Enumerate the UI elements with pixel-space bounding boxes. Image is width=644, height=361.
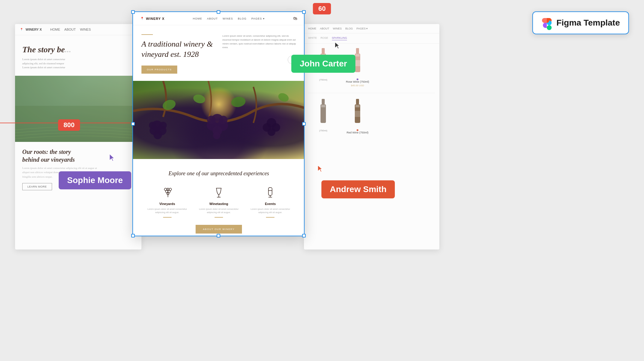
- events-svg: [264, 186, 276, 198]
- left-section-title: Our roots: the storybehind our vineyards: [22, 148, 134, 164]
- tag-andrew: Andrew Smith: [321, 180, 395, 198]
- events-line: [266, 217, 274, 218]
- svg-rect-8: [322, 99, 325, 104]
- hero-title: A traditional winery & vineyard est. 192…: [141, 39, 215, 60]
- svg-rect-14: [355, 111, 361, 117]
- svg-point-49: [547, 25, 552, 30]
- nav-home: HOME: [193, 17, 202, 20]
- svg-point-18: [153, 131, 162, 139]
- wine-bottle-red: [342, 97, 373, 127]
- figma-logo-svg: [541, 16, 552, 30]
- bottle-icon-partial-2: [319, 99, 327, 126]
- exp-card-winetasting: Winetasting Lorem ipsum dolor sit amet c…: [198, 186, 240, 218]
- experiences-section: Explore one of our unprecedented experie…: [133, 159, 305, 236]
- winetasting-icon: [212, 186, 225, 199]
- winetasting-desc: Lorem ipsum dolor sit amet consectetur a…: [198, 207, 240, 214]
- our-products-button[interactable]: OUR PRODUCTS: [141, 66, 177, 74]
- experiences-cards: Vineyards Lorem ipsum dolor sit amet con…: [141, 186, 296, 218]
- right-panel-nav: HOME ABOUT WINES BLOG PAGES ▾: [304, 24, 439, 33]
- events-title: Events: [249, 202, 291, 206]
- measurement-badge-60: 60: [313, 3, 331, 14]
- rose-wine-price: $45.00 USD: [342, 84, 373, 87]
- winery-nav-links: HOME ABOUT WINES BLOG PAGES ▾: [193, 17, 265, 20]
- vineyards-icon: [161, 186, 174, 199]
- nav-wines: WINES: [223, 17, 233, 20]
- winery-brand: 📍 WINERY X: [140, 17, 165, 20]
- cursor-andrew-icon: [317, 165, 324, 173]
- cursor-dark-area: [334, 41, 341, 50]
- left-nav-home: HOME: [50, 28, 60, 31]
- winetasting-line: [215, 217, 223, 218]
- learn-more-button[interactable]: LEARN MORE: [22, 183, 52, 190]
- wine-bottle-partial-2: [308, 97, 338, 127]
- hero-accent-line: [141, 34, 153, 35]
- vineyard-photo: [133, 81, 305, 159]
- vineyards-title: Vineyards: [146, 202, 188, 206]
- rose-wine-name: Rose Wine (750ml): [342, 80, 373, 83]
- wine-card-partial-2: (750ml): [308, 97, 338, 135]
- svg-point-20: [159, 122, 167, 129]
- svg-rect-4: [356, 48, 359, 54]
- cursor-sophie-icon: [108, 153, 116, 162]
- about-winery-button[interactable]: ABOUT OUR WINERY: [196, 225, 242, 234]
- winery-cart-icon[interactable]: 🛍: [293, 16, 297, 21]
- nav-about: ABOUT: [207, 17, 218, 20]
- right-nav-home: HOME: [308, 27, 316, 30]
- cursor-dark-icon: [334, 41, 341, 49]
- svg-point-35: [277, 91, 290, 103]
- cursor-sophie-area: [108, 153, 116, 163]
- svg-point-19: [149, 122, 156, 129]
- svg-point-25: [207, 116, 215, 124]
- experiences-title: Explore one of our unprecedented experie…: [141, 170, 296, 177]
- figma-template-badge: Figma Template: [532, 11, 629, 34]
- right-nav-about: ABOUT: [320, 27, 329, 30]
- svg-rect-13: [355, 105, 360, 107]
- bottle-icon-red: [353, 99, 362, 126]
- hero-body-text: Lorem ipsum dolor sit amet, consectetur …: [222, 34, 296, 50]
- nav-blog: BLOG: [238, 17, 246, 20]
- events-desc: Lorem ipsum dolor sit amet consectetur a…: [249, 207, 291, 214]
- svg-rect-10: [321, 105, 325, 107]
- left-brand-name: WINERY X: [26, 28, 42, 31]
- left-nav-items: HOME ABOUT WINES: [50, 28, 91, 31]
- svg-point-27: [213, 132, 220, 139]
- figma-logo: [541, 17, 552, 28]
- hero-right-content: Lorem ipsum dolor sit amet, consectetur …: [222, 34, 296, 74]
- left-brand-icon: 📍: [20, 28, 23, 31]
- svg-point-31: [268, 128, 275, 136]
- tag-john: John Carter: [291, 55, 355, 73]
- tag-sophie: Sophie Moore: [59, 171, 131, 189]
- exp-card-events: Events Lorem ipsum dolor sit amet consec…: [249, 186, 291, 218]
- red-wine-name: Red Wine (750ml): [342, 131, 373, 134]
- svg-point-26: [219, 116, 228, 124]
- svg-rect-11: [356, 99, 359, 104]
- filter-rose: ROSE: [320, 36, 328, 40]
- nav-pages: PAGES ▾: [251, 17, 265, 20]
- events-icon: [264, 186, 277, 199]
- vineyards-desc: Lorem ipsum dolor sit amet consectetur a…: [146, 207, 188, 214]
- winery-navigation: 📍 WINERY X HOME ABOUT WINES BLOG PAGES ▾…: [133, 12, 305, 25]
- left-hero-title: The story be...: [22, 44, 134, 55]
- left-panel-hero: The story be... Lorem ipsum dolot sit am…: [15, 35, 141, 76]
- right-nav-wines: WINES: [333, 27, 342, 30]
- winery-brand-name: WINERY X: [146, 17, 165, 20]
- exp-card-vineyards: Vineyards Lorem ipsum dolor sit amet con…: [146, 186, 188, 218]
- vineyards-svg: [161, 186, 173, 198]
- winery-brand-icon: 📍: [140, 17, 144, 20]
- left-panel-nav: 📍 WINERY X HOME ABOUT WINES: [15, 24, 141, 35]
- winery-hero-section: A traditional winery & vineyard est. 192…: [133, 25, 305, 81]
- wine-row-2: (750ml) Red Wine (750ml): [308, 93, 435, 135]
- right-nav-blog: BLOG: [345, 27, 353, 30]
- svg-rect-45: [268, 188, 272, 195]
- left-design-panel: 📍 WINERY X HOME ABOUT WINES The story be…: [15, 24, 141, 249]
- right-nav-pages: PAGES ▾: [357, 27, 368, 30]
- cursor-andrew-area: [317, 165, 324, 174]
- left-hero-text: Lorem ipsum dolot sit amet consecteturad…: [22, 57, 134, 70]
- left-panel-image: [15, 76, 141, 142]
- winetasting-title: Winetasting: [198, 202, 240, 206]
- canvas: 60 800 📍 WINERY X HOME ABOUT WINES The s…: [0, 0, 644, 361]
- hero-left-content: A traditional winery & vineyard est. 192…: [141, 34, 215, 74]
- filter-sparkling: SPARKLING: [332, 36, 347, 40]
- left-nav-wines: WINES: [80, 28, 91, 31]
- winetasting-svg: [213, 186, 225, 198]
